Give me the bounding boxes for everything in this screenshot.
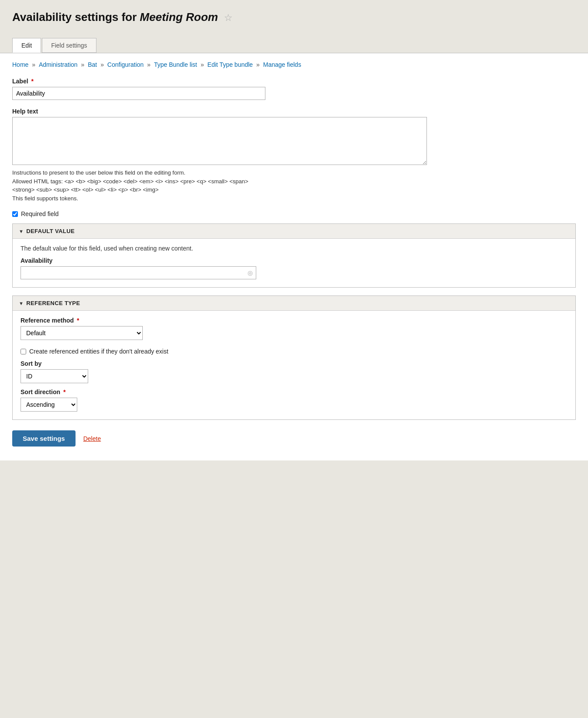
label-field-label: Label * bbox=[12, 78, 576, 85]
delete-button[interactable]: Delete bbox=[83, 435, 101, 442]
sort-by-label: Sort by bbox=[21, 360, 567, 367]
required-field-label: Required field bbox=[21, 210, 58, 217]
reference-method-select[interactable]: Default bbox=[21, 326, 143, 340]
star-icon[interactable]: ☆ bbox=[224, 12, 233, 23]
reference-type-body: Reference method * Default Create refere… bbox=[13, 311, 575, 419]
tabs-container: Edit Field settings bbox=[0, 38, 588, 53]
availability-input-wrapper: ◎ bbox=[21, 266, 256, 279]
breadcrumb-home[interactable]: Home bbox=[12, 61, 28, 68]
page-header: Availability settings for Meeting Room ☆ bbox=[0, 0, 588, 38]
label-input[interactable] bbox=[12, 87, 265, 100]
sort-by-row: Sort by ID bbox=[21, 360, 567, 383]
tabs: Edit Field settings bbox=[12, 38, 588, 53]
create-entities-checkbox[interactable] bbox=[21, 349, 26, 354]
actions-row: Save settings Delete bbox=[12, 430, 576, 447]
triangle-icon: ▼ bbox=[19, 229, 24, 234]
save-settings-button[interactable]: Save settings bbox=[12, 430, 76, 447]
label-required-star: * bbox=[31, 78, 33, 85]
breadcrumb-configuration[interactable]: Configuration bbox=[107, 61, 144, 68]
reference-method-required-star: * bbox=[77, 317, 79, 324]
main-content: Home » Administration » Bat » Configurat… bbox=[0, 53, 588, 460]
default-value-header: ▼ DEFAULT VALUE bbox=[13, 224, 575, 239]
breadcrumb-manage-fields[interactable]: Manage fields bbox=[263, 61, 301, 68]
search-circle-icon: ◎ bbox=[248, 269, 253, 276]
help-text-description: Instructions to present to the user belo… bbox=[12, 168, 576, 203]
create-entities-label: Create referenced entities if they don't… bbox=[29, 348, 168, 355]
tab-field-settings[interactable]: Field settings bbox=[42, 38, 96, 53]
default-value-section: ▼ DEFAULT VALUE The default value for th… bbox=[12, 223, 576, 288]
breadcrumb: Home » Administration » Bat » Configurat… bbox=[12, 61, 576, 68]
help-text-section: Help text Instructions to present to the… bbox=[12, 108, 576, 203]
reference-type-section: ▼ REFERENCE TYPE Reference method * Defa… bbox=[12, 295, 576, 420]
help-text-label: Help text bbox=[12, 108, 576, 115]
title-prefix: Availability settings for bbox=[12, 10, 137, 24]
breadcrumb-type-bundle-list[interactable]: Type Bundle list bbox=[154, 61, 197, 68]
sort-by-select[interactable]: ID bbox=[21, 369, 88, 383]
sort-direction-row: Sort direction * Ascending Descending bbox=[21, 388, 567, 412]
default-value-body: The default value for this field, used w… bbox=[13, 239, 575, 287]
help-text-input[interactable] bbox=[12, 117, 427, 165]
required-field-checkbox[interactable] bbox=[12, 211, 18, 217]
breadcrumb-bat[interactable]: Bat bbox=[88, 61, 97, 68]
breadcrumb-edit-type-bundle[interactable]: Edit Type bundle bbox=[207, 61, 253, 68]
reference-type-header: ▼ REFERENCE TYPE bbox=[13, 296, 575, 311]
breadcrumb-administration[interactable]: Administration bbox=[39, 61, 78, 68]
label-section: Label * bbox=[12, 78, 576, 100]
reference-method-field: Reference method * Default bbox=[21, 317, 567, 340]
reference-method-label: Reference method * bbox=[21, 317, 567, 324]
create-entities-row: Create referenced entities if they don't… bbox=[21, 348, 567, 355]
default-value-description: The default value for this field, used w… bbox=[21, 245, 567, 252]
tab-edit[interactable]: Edit bbox=[12, 38, 41, 53]
page-wrapper: Availability settings for Meeting Room ☆… bbox=[0, 0, 588, 718]
availability-input[interactable] bbox=[21, 266, 256, 279]
sort-direction-label: Sort direction * bbox=[21, 388, 567, 395]
page-title: Availability settings for Meeting Room ☆ bbox=[12, 10, 576, 24]
title-italic: Meeting Room bbox=[140, 10, 218, 24]
sort-direction-required-star: * bbox=[63, 388, 65, 395]
triangle-icon-2: ▼ bbox=[19, 301, 24, 306]
sort-direction-select[interactable]: Ascending Descending bbox=[21, 398, 77, 412]
required-field-row: Required field bbox=[12, 210, 576, 217]
availability-field-label: Availability bbox=[21, 257, 567, 264]
